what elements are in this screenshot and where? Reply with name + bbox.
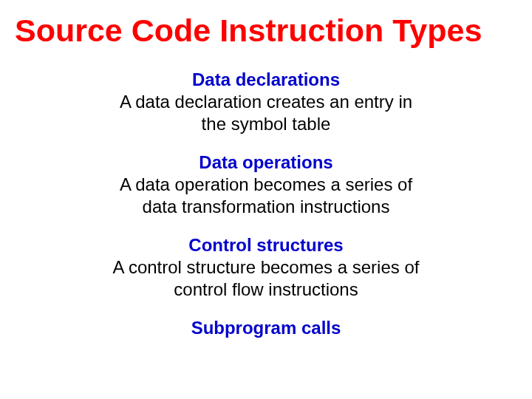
- section-heading: Data operations: [15, 151, 517, 174]
- section-data-declarations: Data declarations A data declaration cre…: [15, 69, 517, 135]
- section-body-line: A data operation becomes a series of: [15, 174, 517, 196]
- section-data-operations: Data operations A data operation becomes…: [15, 151, 517, 218]
- section-body-line: A control structure becomes a series of: [15, 256, 517, 279]
- section-body-line: the symbol table: [15, 113, 517, 135]
- section-control-structures: Control structures A control structure b…: [15, 234, 517, 301]
- section-body-line: A data declaration creates an entry in: [15, 91, 517, 113]
- section-heading: Data declarations: [15, 69, 517, 91]
- slide: Source Code Instruction Types Data decla…: [0, 0, 532, 399]
- section-heading: Subprogram calls: [15, 317, 517, 339]
- section-body-line: data transformation instructions: [15, 196, 517, 218]
- section-heading: Control structures: [15, 234, 517, 256]
- section-body-line: control flow instructions: [15, 279, 517, 301]
- section-subprogram-calls: Subprogram calls: [15, 317, 517, 339]
- slide-title: Source Code Instruction Types: [15, 13, 517, 48]
